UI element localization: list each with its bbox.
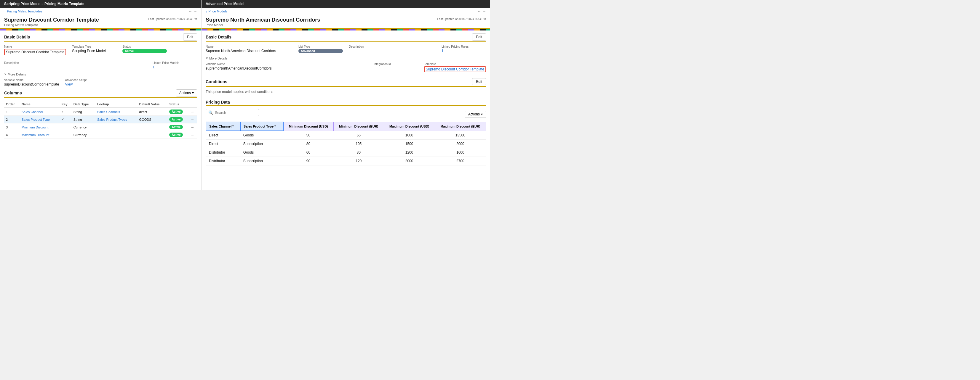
left-breadcrumb[interactable]: ↑ Pricing Matrix Templates ← → (0, 8, 201, 15)
pricing-product-type: Goods (240, 148, 283, 157)
linked-price-models-value[interactable]: 1 (153, 65, 197, 69)
pricing-actions-button[interactable]: Actions ▾ (465, 111, 486, 118)
pricing-channel: Distributor (206, 148, 240, 157)
col-default-value (137, 131, 168, 139)
table-row: 2 Sales Product Type ✓ String Sales Prod… (4, 116, 197, 124)
pricing-max-eur: 2000 (435, 140, 486, 148)
left-panel-header: Scripting Price Model – Pricing Matrix T… (0, 0, 201, 8)
chevron-down-icon: ▾ (192, 91, 194, 95)
next-arrow[interactable]: → (194, 10, 197, 13)
right-template-label: Template (424, 62, 486, 66)
conditions-edit-button[interactable]: Edit (472, 78, 486, 85)
chevron-down-icon-right: ∨ (206, 56, 208, 60)
col-key (60, 131, 72, 139)
right-linked-rules-label: Linked Pricing Rules (442, 45, 486, 48)
pricing-col-max-usd: Maximum Discount (USD) (384, 122, 435, 131)
col-dots[interactable]: ··· (189, 108, 197, 116)
name-value: Supremo Discount Corridor Template (4, 49, 66, 55)
breadcrumb-up-arrow-right: ↑ (206, 10, 207, 13)
breadcrumb-up-arrow: ↑ (4, 10, 6, 13)
prev-arrow-right[interactable]: ← (478, 10, 481, 13)
col-order: 3 (4, 124, 20, 131)
right-linked-rules-field: Linked Pricing Rules 1 (442, 45, 486, 53)
col-dots[interactable]: ··· (189, 131, 197, 139)
nav-arrows-right: ← → (478, 10, 486, 13)
col-header-order: Order (4, 101, 20, 108)
col-key: ✓ (60, 116, 72, 124)
advanced-script-value[interactable]: View (65, 82, 109, 86)
next-arrow-right[interactable]: → (483, 10, 486, 13)
pricing-min-usd: 60 (283, 148, 334, 157)
right-linked-rules-value[interactable]: 1 (442, 49, 486, 53)
basic-details-edit-button[interactable]: Edit (183, 33, 197, 41)
pricing-max-usd: 1200 (384, 148, 435, 157)
right-variable-name-label: Variable Name (206, 62, 368, 66)
right-more-details-label: More Details (209, 57, 228, 60)
basic-details-label: Basic Details (4, 35, 30, 40)
table-row: 1 Sales Channel ✓ String Sales Channels … (4, 108, 197, 116)
more-details-toggle[interactable]: ∨ More Details (4, 72, 197, 76)
col-status: Active (167, 124, 189, 131)
right-scroll-container: Basic Details Edit Name Supremo North Am… (202, 30, 490, 190)
pricing-min-eur: 120 (334, 157, 384, 165)
pricing-col-channel: Sales Channel * (206, 122, 240, 131)
right-last-updated: Last updated on 09/07/2024 9:33 PM (437, 17, 486, 21)
pricing-max-eur: 1600 (435, 148, 486, 157)
col-name[interactable]: Sales Channel (20, 108, 60, 116)
advanced-script-label: Advanced Script (65, 78, 109, 82)
col-name[interactable]: Minimum Discount (20, 124, 60, 131)
pricing-channel: Distributor (206, 157, 240, 165)
name-label: Name (4, 45, 66, 48)
right-template-value[interactable]: Supremo Discount Corridor Template (424, 66, 486, 72)
linked-price-models-label: Linked Price Models (153, 61, 197, 65)
search-icon: 🔍 (208, 110, 213, 115)
right-more-details-toggle[interactable]: ∨ More Details (206, 56, 486, 60)
right-name-field: Name Supremo North American Discount Cor… (206, 45, 293, 53)
col-name[interactable]: Maximum Discount (20, 131, 60, 139)
col-lookup[interactable] (95, 124, 137, 131)
col-default-value: direct (137, 108, 168, 116)
pricing-actions-label: Actions (468, 112, 480, 116)
search-input[interactable] (215, 111, 256, 115)
table-row: 4 Maximum Discount Currency Active ··· (4, 131, 197, 139)
col-key (60, 124, 72, 131)
col-lookup[interactable]: Sales Channels (95, 108, 137, 116)
breadcrumb-link-right[interactable]: Price Models (208, 10, 228, 13)
pricing-channel: Direct (206, 131, 240, 140)
linked-price-models-field: Linked Price Models 1 (153, 61, 197, 69)
col-lookup[interactable]: Sales Product Types (95, 116, 137, 124)
pricing-product-type: Subscription (240, 157, 283, 165)
columns-section-title: Columns Actions ▾ (4, 89, 197, 98)
right-basic-details-edit-button[interactable]: Edit (472, 33, 486, 41)
col-lookup[interactable] (95, 131, 137, 139)
template-type-label: Template Type (72, 45, 116, 48)
col-default-value: GOODS (137, 116, 168, 124)
pricing-col-min-eur: Minimum Discount (EUR) (334, 122, 384, 131)
pricing-table-header-row: Sales Channel * Sales Product Type * Min… (206, 122, 486, 131)
variable-name-field: Variable Name supremoDiscountCorridorTem… (4, 78, 59, 86)
right-integration-id-label: Integration Id (374, 62, 418, 66)
col-status: Active (167, 116, 189, 124)
chevron-down-icon-pricing: ▾ (481, 112, 483, 116)
col-header-actions (189, 101, 197, 108)
right-basic-details-title: Basic Details Edit (206, 33, 486, 42)
prev-arrow[interactable]: ← (189, 10, 192, 13)
col-dots[interactable]: ··· (189, 124, 197, 131)
columns-actions-button[interactable]: Actions ▾ (176, 89, 197, 97)
pricing-product-type: Subscription (240, 140, 283, 148)
col-name[interactable]: Sales Product Type (20, 116, 60, 124)
search-box[interactable]: 🔍 (206, 109, 259, 116)
variable-name-value: supremoDiscountCorridorTemplate (4, 82, 59, 86)
variable-name-label: Variable Name (4, 78, 59, 82)
pricing-col-max-eur: Maximum Discount (EUR) (435, 122, 486, 131)
col-header-name: Name (20, 101, 60, 108)
right-record-subtitle: Price Model (206, 23, 320, 27)
pricing-data-section: Pricing Data 🔍 Actions ▾ Sales Channel *… (202, 97, 490, 168)
right-template-field: Template Supremo Discount Corridor Templ… (424, 62, 486, 72)
pricing-min-eur: 105 (334, 140, 384, 148)
col-dots[interactable]: ··· (189, 116, 197, 124)
right-breadcrumb[interactable]: ↑ Price Models ← → (202, 8, 490, 15)
breadcrumb-link[interactable]: Pricing Matrix Templates (7, 10, 43, 13)
pricing-max-usd: 1500 (384, 140, 435, 148)
left-panel: Scripting Price Model – Pricing Matrix T… (0, 0, 202, 190)
